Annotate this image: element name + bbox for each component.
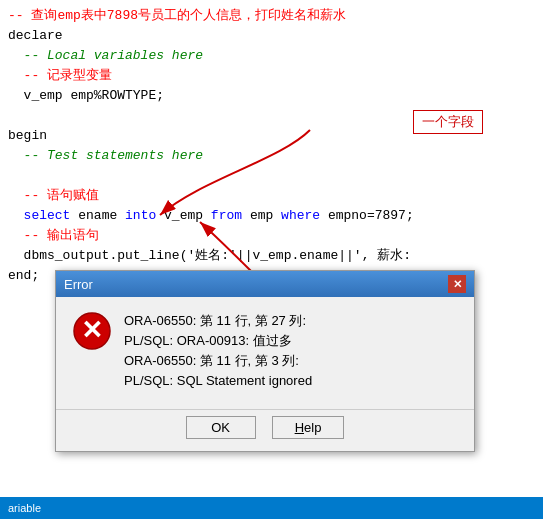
dialog-body: ✕ ORA-06550: 第 11 行, 第 27 列: PL/SQL: ORA… (56, 297, 474, 405)
dialog-msg-line3: ORA-06550: 第 11 行, 第 3 列: (124, 351, 312, 371)
dialog-message: ORA-06550: 第 11 行, 第 27 列: PL/SQL: ORA-0… (124, 311, 312, 391)
code-line-3: -- Local variables here (8, 46, 535, 66)
dialog-msg-line1: ORA-06550: 第 11 行, 第 27 列: (124, 311, 312, 331)
code-line-2: declare (8, 26, 535, 46)
status-bar: ariable (0, 497, 543, 519)
dialog-close-button[interactable]: ✕ (448, 275, 466, 293)
code-line-9 (8, 166, 535, 186)
dialog-title: Error (64, 277, 93, 292)
dialog-msg-line4: PL/SQL: SQL Statement ignored (124, 371, 312, 391)
code-line-4: -- 记录型变量 (8, 66, 535, 86)
code-editor: -- 查询emp表中7898号员工的个人信息，打印姓名和薪水 declare -… (0, 0, 543, 519)
code-line-10: -- 语句赋值 (8, 186, 535, 206)
code-line-5: v_emp emp%ROWTYPE; (8, 86, 535, 106)
error-dialog: Error ✕ ✕ ORA-06550: 第 11 行, 第 27 列: PL/… (55, 270, 475, 452)
dialog-titlebar: Error ✕ (56, 271, 474, 297)
dialog-msg-line2: PL/SQL: ORA-00913: 值过多 (124, 331, 312, 351)
ok-button[interactable]: OK (186, 416, 256, 439)
code-line-1: -- 查询emp表中7898号员工的个人信息，打印姓名和薪水 (8, 6, 535, 26)
help-button[interactable]: Help (272, 416, 345, 439)
error-icon: ✕ (72, 311, 112, 351)
dialog-buttons: OK Help (56, 409, 474, 451)
code-line-11: select ename into v_emp from emp where e… (8, 206, 535, 226)
code-line-8: -- Test statements here (8, 146, 535, 166)
help-underline: H (295, 420, 304, 435)
status-variable: ariable (8, 502, 41, 514)
svg-text:✕: ✕ (81, 316, 103, 345)
annotation-box: 一个字段 (413, 110, 483, 134)
code-line-12: -- 输出语句 (8, 226, 535, 246)
code-line-13: dbms_output.put_line('姓名:'||v_emp.ename|… (8, 246, 535, 266)
